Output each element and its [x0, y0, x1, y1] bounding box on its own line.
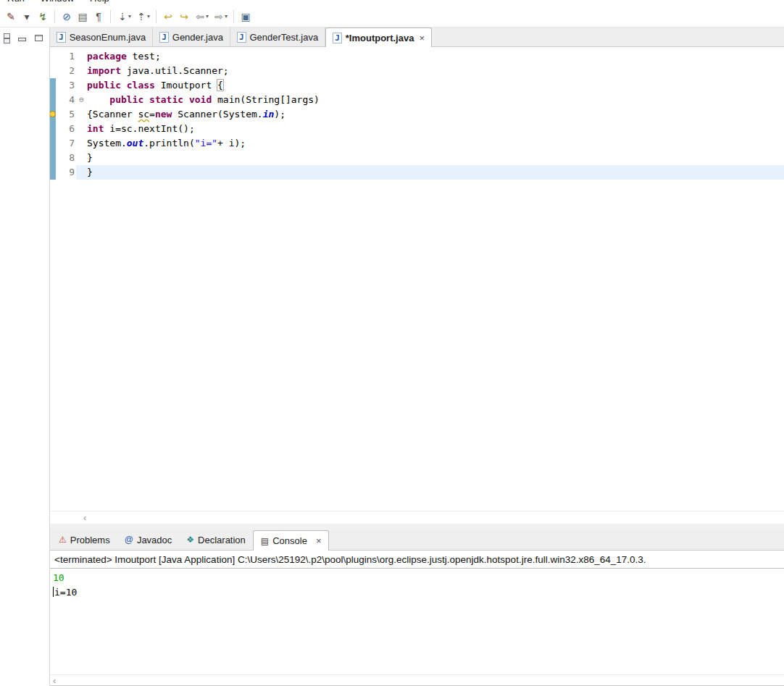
external-tools-icon[interactable]: ↯ — [35, 11, 51, 22]
code-token: package — [87, 51, 127, 62]
code-text[interactable]: {Scanner sc=new Scanner(System.in); — [87, 107, 784, 122]
code-text[interactable]: } — [87, 165, 784, 180]
toolbar-separator — [233, 10, 234, 23]
line-number[interactable]: 1 — [56, 49, 76, 64]
editor-tab-bar: J SeasonEnum.java J Gender.java J Gender… — [50, 28, 784, 47]
workbench: J SeasonEnum.java J Gender.java J Gender… — [0, 28, 784, 686]
editor-hscrollbar[interactable]: ‹ — [50, 511, 784, 524]
line-number[interactable]: 7 — [56, 136, 76, 151]
code-token: class — [127, 80, 155, 91]
show-source-icon[interactable]: ▤ — [75, 11, 91, 22]
fold-marker[interactable] — [76, 64, 87, 78]
dropdown-arrow-icon[interactable]: ▾ — [128, 13, 131, 20]
tab-label: *Imoutport.java — [346, 33, 414, 43]
editor-tab[interactable]: J Gender.java — [153, 28, 230, 46]
code-token: {Scanner — [87, 109, 138, 120]
code-token: main(String[]args) — [212, 94, 320, 105]
code-token: System. — [87, 138, 127, 149]
fold-marker[interactable]: ⊖ — [76, 93, 87, 107]
run-dropdown-icon[interactable]: ▾ — [19, 11, 35, 22]
line-number[interactable]: 8 — [56, 151, 76, 165]
code-token — [183, 94, 189, 105]
code-text[interactable]: public class Imoutport { — [87, 78, 784, 93]
java-file-icon: J — [237, 32, 246, 43]
code-text[interactable]: import java.util.Scanner; — [87, 64, 784, 78]
tab-console[interactable]: ▤ Console × — [253, 530, 330, 551]
minimized-views-icon[interactable] — [3, 33, 9, 43]
toolbar-separator — [110, 10, 111, 23]
console-header: <terminated> Imoutport [Java Application… — [50, 551, 784, 569]
fold-marker[interactable] — [76, 151, 87, 165]
dropdown-arrow-icon[interactable]: ▾ — [147, 13, 150, 20]
line-number[interactable]: 2 — [56, 64, 76, 78]
code-line: 4 ⊖ public static void main(String[]args… — [50, 93, 784, 107]
change-marker — [50, 93, 56, 107]
toolbar-separator — [156, 10, 157, 23]
fold-marker[interactable] — [76, 49, 87, 64]
editor-tab[interactable]: J SeasonEnum.java — [50, 28, 153, 46]
console-output[interactable]: 10i=10 — [50, 569, 784, 674]
code-token: i=sc.nextInt(); — [104, 123, 194, 134]
code-token: + i); — [217, 138, 246, 149]
change-marker — [50, 165, 56, 180]
code-token: sc — [138, 109, 149, 120]
menu-window[interactable]: Window — [41, 0, 74, 4]
next-edit-location-icon[interactable]: ↪ — [176, 11, 192, 22]
maximize-view-icon[interactable] — [35, 35, 43, 41]
tab-label: SeasonEnum.java — [70, 32, 146, 43]
code-text[interactable]: public static void main(String[]args) — [87, 93, 784, 107]
line-number[interactable]: 5 — [56, 107, 76, 122]
close-icon[interactable]: × — [316, 535, 322, 546]
fold-marker[interactable] — [76, 165, 87, 180]
change-marker — [50, 64, 56, 78]
dropdown-arrow-icon[interactable]: ▾ — [225, 13, 228, 20]
scroll-left-icon[interactable]: ‹ — [83, 512, 86, 523]
view-icon: ⚠ — [59, 535, 67, 545]
skip-breakpoints-icon[interactable]: ⊘ — [59, 11, 75, 22]
fold-marker[interactable] — [76, 107, 87, 122]
code-token: void — [189, 94, 212, 105]
tab-javadoc[interactable]: @ Javadoc — [117, 530, 180, 550]
tab-problems[interactable]: ⚠ Problems — [51, 530, 117, 550]
code-token: { — [217, 80, 223, 91]
code-text[interactable]: package test; — [87, 49, 784, 64]
code-token: "i=" — [195, 138, 217, 149]
run-last-tool-icon[interactable]: ✎ — [3, 11, 19, 22]
code-text[interactable]: int i=sc.nextInt(); — [87, 122, 784, 136]
line-number[interactable]: 6 — [56, 122, 76, 136]
code-token: out — [127, 138, 143, 149]
menu-run[interactable]: Run — [7, 0, 25, 4]
scroll-left-icon[interactable]: ‹ — [53, 675, 56, 686]
fold-marker[interactable] — [76, 78, 87, 93]
show-whitespace-icon[interactable]: ¶ — [91, 11, 107, 22]
code-line: 6 int i=sc.nextInt(); — [50, 122, 784, 136]
code-text[interactable]: } — [87, 151, 784, 165]
editor-tab[interactable]: J GenderTest.java — [230, 28, 325, 46]
splitter-sash[interactable] — [50, 524, 784, 530]
editor-tab[interactable]: J *Imoutport.java × — [325, 28, 432, 47]
code-token — [143, 94, 149, 105]
menu-help[interactable]: Help — [90, 0, 109, 4]
fold-marker[interactable] — [76, 122, 87, 136]
line-number[interactable]: 4 — [56, 93, 76, 107]
line-number[interactable]: 9 — [56, 165, 76, 180]
close-icon[interactable]: × — [419, 33, 425, 43]
console-hscrollbar[interactable]: ‹ — [50, 674, 784, 686]
line-number[interactable]: 3 — [56, 78, 76, 93]
change-marker — [50, 122, 56, 136]
code-line: 5 {Scanner sc=new Scanner(System.in); — [50, 107, 784, 122]
last-edit-location-icon[interactable]: ↩ — [160, 11, 176, 22]
open-task-icon[interactable]: ▣ — [238, 11, 254, 22]
code-text[interactable]: System.out.println("i="+ i); — [87, 136, 784, 151]
dropdown-arrow-icon[interactable]: ▾ — [206, 13, 209, 20]
change-marker — [50, 107, 56, 122]
java-file-icon: J — [333, 33, 342, 43]
warning-icon[interactable] — [50, 111, 56, 117]
tab-declaration[interactable]: ❖ Declaration — [179, 530, 253, 550]
code-token: in — [263, 109, 275, 120]
code-token: public — [87, 80, 121, 91]
code-token: } — [87, 152, 93, 163]
minimize-view-icon[interactable] — [18, 35, 26, 42]
code-editor[interactable]: 1 package test; 2 import java.util.Scann… — [50, 47, 784, 511]
fold-marker[interactable] — [76, 136, 87, 151]
